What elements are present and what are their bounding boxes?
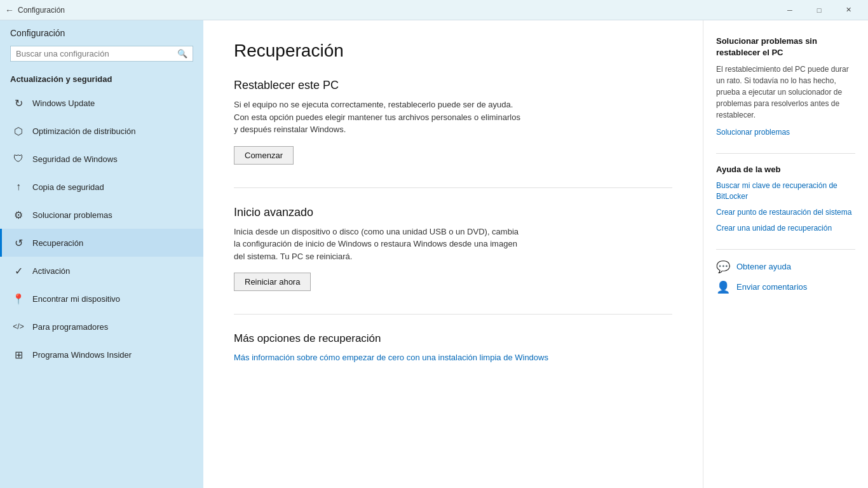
close-button[interactable]: ✕ xyxy=(834,0,863,20)
sidebar-item-seguridad[interactable]: 🛡 Seguridad de Windows xyxy=(0,145,203,173)
sidebar-item-recuperacion[interactable]: ↺ Recuperación xyxy=(0,229,203,257)
section-divider-1 xyxy=(234,187,672,188)
sidebar-label-windows-update: Windows Update xyxy=(32,98,95,108)
sidebar-item-programadores[interactable]: </> Para programadores xyxy=(0,313,203,341)
problem-section: Solucionar problemas sin restablecer el … xyxy=(716,36,855,138)
comenzar-button[interactable]: Comenzar xyxy=(234,146,294,165)
minimize-button[interactable]: ─ xyxy=(775,0,804,20)
web-help-title: Ayuda de la web xyxy=(716,164,855,175)
mas-opciones-section: Más opciones de recuperación Más informa… xyxy=(234,332,672,363)
sidebar-label-insider: Programa Windows Insider xyxy=(32,350,132,360)
mas-opciones-title: Más opciones de recuperación xyxy=(234,332,672,345)
inicio-avanzado-desc: Inicia desde un dispositivo o disco (com… xyxy=(234,226,526,263)
sidebar-item-activacion[interactable]: ✓ Activación xyxy=(0,257,203,285)
sidebar-label-optimizacion: Optimización de distribución xyxy=(32,126,136,136)
problem-title: Solucionar problemas sin restablecer el … xyxy=(716,36,855,58)
sidebar-label-recuperacion: Recuperación xyxy=(32,238,83,248)
obtener-ayuda-label[interactable]: Obtener ayuda xyxy=(736,262,791,271)
enviar-comentarios-icon: 👤 xyxy=(716,280,730,294)
sidebar: Configuración 🔍 Actualización y segurida… xyxy=(0,20,203,488)
sidebar-section-title: Actualización y seguridad xyxy=(0,69,203,89)
obtener-ayuda-row[interactable]: 💬 Obtener ayuda xyxy=(716,260,855,274)
titlebar: ← Configuración ─ □ ✕ xyxy=(0,0,868,20)
section-divider-2 xyxy=(234,314,672,315)
inicio-avanzado-section: Inicio avanzado Inicia desde un disposit… xyxy=(234,206,672,292)
solucionar-link[interactable]: Solucionar problemas xyxy=(716,127,855,138)
right-panel: Solucionar problemas sin restablecer el … xyxy=(703,20,868,488)
enviar-comentarios-label[interactable]: Enviar comentarios xyxy=(736,282,807,292)
solucionar-icon: ⚙ xyxy=(12,209,25,221)
sidebar-label-activacion: Activación xyxy=(32,266,70,276)
sidebar-app-title: Configuración xyxy=(10,28,65,38)
search-box[interactable]: 🔍 xyxy=(10,46,193,62)
optimizacion-icon: ⬡ xyxy=(12,125,25,137)
windows-update-icon: ↻ xyxy=(12,97,25,109)
restablecer-title: Restablecer este PC xyxy=(234,79,672,92)
restauracion-link[interactable]: Crear punto de restauración del sistema xyxy=(716,207,855,218)
sidebar-label-encontrar: Encontrar mi dispositivo xyxy=(32,294,120,304)
sidebar-top: Configuración xyxy=(0,20,203,43)
restablecer-desc: Si el equipo no se ejecuta correctamente… xyxy=(234,98,526,136)
instalacion-limpia-link[interactable]: Más información sobre cómo empezar de ce… xyxy=(234,353,548,362)
inicio-avanzado-title: Inicio avanzado xyxy=(234,206,672,219)
programadores-icon: </> xyxy=(12,322,25,331)
right-divider-1 xyxy=(716,153,855,154)
copia-icon: ↑ xyxy=(12,181,25,193)
sidebar-label-seguridad: Seguridad de Windows xyxy=(32,154,118,164)
sidebar-label-programadores: Para programadores xyxy=(32,322,108,332)
sidebar-item-copia[interactable]: ↑ Copia de seguridad xyxy=(0,173,203,201)
search-icon: 🔍 xyxy=(177,49,187,58)
titlebar-title: Configuración xyxy=(18,6,775,15)
web-help-section: Ayuda de la web Buscar mi clave de recup… xyxy=(716,164,855,233)
problem-desc: El restablecimiento del PC puede durar u… xyxy=(716,64,855,121)
app-body: Configuración 🔍 Actualización y segurida… xyxy=(0,20,868,488)
sidebar-item-solucionar[interactable]: ⚙ Solucionar problemas xyxy=(0,201,203,229)
reiniciar-button[interactable]: Reiniciar ahora xyxy=(234,273,311,291)
encontrar-icon: 📍 xyxy=(12,293,25,305)
window-controls: ─ □ ✕ xyxy=(775,0,863,20)
enviar-comentarios-row[interactable]: 👤 Enviar comentarios xyxy=(716,280,855,294)
recuperacion-icon: ↺ xyxy=(12,237,25,249)
seguridad-icon: 🛡 xyxy=(12,153,25,165)
back-button[interactable]: ← xyxy=(5,5,14,15)
main-content: Recuperación Restablecer este PC Si el e… xyxy=(203,20,703,488)
restablecer-section: Restablecer este PC Si el equipo no se e… xyxy=(234,79,672,165)
search-input[interactable] xyxy=(16,49,177,58)
sidebar-item-encontrar[interactable]: 📍 Encontrar mi dispositivo xyxy=(0,285,203,313)
sidebar-item-windows-update[interactable]: ↻ Windows Update xyxy=(0,89,203,117)
sidebar-item-insider[interactable]: ⊞ Programa Windows Insider xyxy=(0,341,203,369)
insider-icon: ⊞ xyxy=(12,349,25,361)
right-divider-2 xyxy=(716,249,855,250)
sidebar-label-copia: Copia de seguridad xyxy=(32,182,104,192)
obtener-ayuda-icon: 💬 xyxy=(716,260,730,274)
sidebar-label-solucionar: Solucionar problemas xyxy=(32,210,112,220)
unidad-recuperacion-link[interactable]: Crear una unidad de recuperación xyxy=(716,223,855,234)
activacion-icon: ✓ xyxy=(12,265,25,277)
maximize-button[interactable]: □ xyxy=(804,0,834,20)
page-title: Recuperación xyxy=(234,41,672,61)
bitlocker-link[interactable]: Buscar mi clave de recuperación de BitLo… xyxy=(716,180,855,202)
sidebar-item-optimizacion[interactable]: ⬡ Optimización de distribución xyxy=(0,117,203,145)
